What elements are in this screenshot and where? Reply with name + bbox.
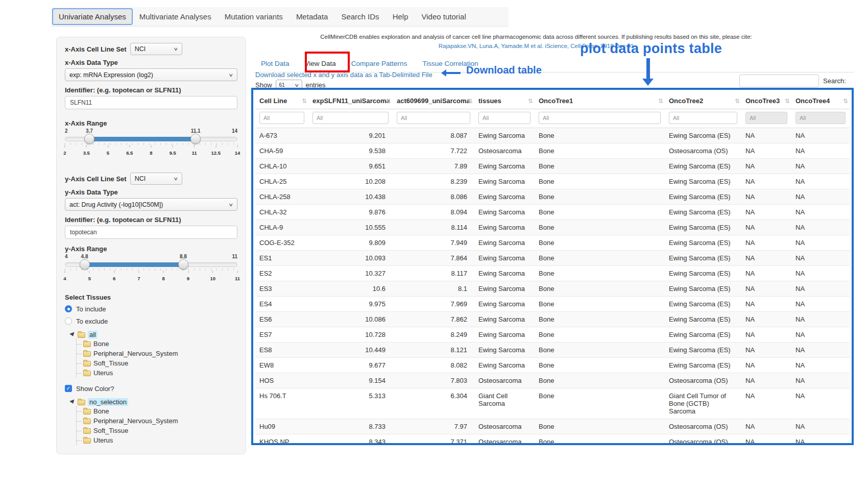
tree-item[interactable]: Uterus xyxy=(77,435,237,445)
table-row[interactable]: ES310.68.1Ewing SarcomaBoneEwing Sarcoma… xyxy=(255,281,850,297)
table-row[interactable]: ES49.9757.969Ewing SarcomaBoneEwing Sarc… xyxy=(255,297,850,312)
column-header-3[interactable]: tissues⇅ xyxy=(474,92,535,109)
tree-item[interactable]: Peripheral_Nervous_System xyxy=(77,416,237,426)
x-cell-line-set-select[interactable]: NCI ∨ xyxy=(130,43,182,55)
slider-tick: 8 xyxy=(162,271,164,282)
search-input[interactable] xyxy=(739,75,819,87)
tree-item[interactable]: Peripheral_Nervous_System xyxy=(77,349,237,358)
x-identifier-value: SLFN11 xyxy=(70,99,92,106)
table-row[interactable]: Hu098.7337.97OsteosarcomaBoneOsteosarcom… xyxy=(255,419,850,434)
column-filter-input[interactable] xyxy=(669,112,737,124)
column-header-0[interactable]: Cell Line⇅ xyxy=(255,92,308,109)
table-row[interactable]: CHLA-329.8768.094Ewing SarcomaBoneEwing … xyxy=(255,205,850,220)
cell: Bone xyxy=(535,297,665,312)
table-row[interactable]: CHA-599.5387.722OsteosarcomaBoneOsteosar… xyxy=(255,143,850,159)
slider-handle-high[interactable] xyxy=(178,259,188,270)
table-row[interactable]: ES710.7288.249Ewing SarcomaBoneEwing Sar… xyxy=(255,327,850,343)
column-filter-input[interactable] xyxy=(397,112,470,124)
table-row[interactable]: ES110.0937.864Ewing SarcomaBoneEwing Sar… xyxy=(255,251,850,266)
column-header-7[interactable]: OncoTree4⇅ xyxy=(791,92,850,109)
sort-icon[interactable]: ⇅ xyxy=(735,97,740,105)
filter-cell-3 xyxy=(474,109,535,128)
y-data-type-label: y-Axis Data Type xyxy=(65,188,237,196)
table-row[interactable]: KHOS NP8.3437.371OsteosarcomaBoneOsteosa… xyxy=(255,434,850,446)
sort-icon[interactable]: ⇅ xyxy=(468,97,473,105)
slider-track[interactable] xyxy=(65,262,237,267)
tree-item[interactable]: Uterus xyxy=(77,368,237,378)
x-range-slider[interactable]: 2 14 3.7 11.1 23.556.589.51112.514 xyxy=(65,128,237,156)
y-identifier-value: topotecan xyxy=(70,229,97,236)
nav-tab-1[interactable]: Multivariate Analyses xyxy=(133,8,218,25)
column-header-1[interactable]: expSLFN11_uniSarcoma⇅ xyxy=(308,92,393,109)
column-header-2[interactable]: act609699_uniSarcoma⇅ xyxy=(393,92,474,109)
tree-item[interactable]: Bone xyxy=(77,339,237,349)
column-filter-input[interactable] xyxy=(795,112,846,124)
column-filter-input[interactable] xyxy=(478,112,531,124)
cell: CHLA-258 xyxy=(255,189,308,205)
nav-tab-4[interactable]: Search IDs xyxy=(334,8,385,25)
column-filter-input[interactable] xyxy=(312,112,389,124)
tree-expander-icon[interactable] xyxy=(69,399,76,404)
nav-tab-0[interactable]: Univariate Analyses xyxy=(52,8,133,25)
column-filter-input[interactable] xyxy=(539,112,661,124)
sort-icon[interactable]: ⇅ xyxy=(302,97,307,105)
cell: 9.975 xyxy=(308,297,393,312)
slider-min-label: 2 xyxy=(65,128,68,134)
table-row[interactable]: ES810.4498.121Ewing SarcomaBoneEwing Sar… xyxy=(255,343,850,358)
table-row[interactable]: ES610.0867.862Ewing SarcomaBoneEwing Sar… xyxy=(255,312,850,327)
cell: Bone xyxy=(535,220,665,235)
slider-tick-label: 12.5 xyxy=(211,150,221,156)
y-cell-line-set-select[interactable]: NCI ∨ xyxy=(130,173,182,185)
cell: NA xyxy=(741,358,791,373)
tree-root-no-selection[interactable]: no_selection xyxy=(70,397,237,406)
table-row[interactable]: CHLA-25810.4388.086Ewing SarcomaBoneEwin… xyxy=(255,189,850,205)
table-row[interactable]: CHLA-109.6517.89Ewing SarcomaBoneEwing S… xyxy=(255,159,850,174)
column-header-5[interactable]: OncoTree2⇅ xyxy=(665,92,741,109)
slider-handle-high[interactable] xyxy=(190,134,201,144)
cell: 9.677 xyxy=(308,358,393,373)
x-identifier-input[interactable]: SLFN11 xyxy=(65,96,237,109)
y-range-slider[interactable]: 4 11 4.8 8.8 4567891011 xyxy=(65,254,237,281)
tree-item[interactable]: Soft_Tissue xyxy=(77,426,237,435)
tissues-include-radio[interactable]: To include xyxy=(65,304,237,313)
sort-icon[interactable]: ⇅ xyxy=(386,97,391,105)
nav-tab-2[interactable]: Mutation variants xyxy=(218,8,290,25)
table-row[interactable]: A-6739.2018.087Ewing SarcomaBoneEwing Sa… xyxy=(255,128,850,143)
slider-handle-low[interactable] xyxy=(84,134,94,144)
table-row[interactable]: CHLA-2510.2088.239Ewing SarcomaBoneEwing… xyxy=(255,174,850,189)
tissues-exclude-radio[interactable]: To exclude xyxy=(65,316,237,326)
tree-root-all[interactable]: all xyxy=(70,330,237,339)
tree-expander-icon[interactable] xyxy=(69,332,76,337)
citation-link[interactable]: Rajapakse.VN, Luna.A, Yamade.M et al. iS… xyxy=(266,43,807,49)
nav-tab-5[interactable]: Help xyxy=(386,8,415,25)
table-row[interactable]: EW89.6778.082Ewing SarcomaBoneEwing Sarc… xyxy=(255,358,850,373)
sort-icon[interactable]: ⇅ xyxy=(528,97,533,105)
y-identifier-input[interactable]: topotecan xyxy=(65,226,237,239)
table-row[interactable]: Hs 706.T5.3136.304Giant Cell SarcomaBone… xyxy=(255,388,850,419)
x-data-type-select[interactable]: exp: mRNA Expression (log2) ∨ xyxy=(65,68,237,81)
nav-tab-3[interactable]: Metadata xyxy=(290,8,335,25)
column-filter-input[interactable] xyxy=(745,112,787,124)
table-row[interactable]: HOS9.1547.803OsteosarcomaBoneOsteosarcom… xyxy=(255,373,850,388)
subtab-2[interactable]: Compare Patterns xyxy=(344,56,415,72)
y-data-type-select[interactable]: act: Drug Activity (-log10[IC50M]) ∨ xyxy=(65,198,237,211)
sort-icon[interactable]: ⇅ xyxy=(658,97,663,105)
sort-icon[interactable]: ⇅ xyxy=(785,97,790,105)
y-data-type-value: act: Drug Activity (-log10[IC50M]) xyxy=(69,201,163,208)
table-row[interactable]: ES210.3278.117Ewing SarcomaBoneEwing Sar… xyxy=(255,266,850,281)
column-filter-input[interactable] xyxy=(259,112,304,124)
tree-item[interactable]: Bone xyxy=(77,406,237,416)
subtab-0[interactable]: Plot Data xyxy=(253,56,297,72)
column-header-4[interactable]: OncoTree1⇅ xyxy=(535,92,665,109)
cell: ES3 xyxy=(255,281,308,297)
table-row[interactable]: COG-E-3529.8097.949Ewing SarcomaBoneEwin… xyxy=(255,235,850,251)
table-row[interactable]: CHLA-910.5558.114Ewing SarcomaBoneEwing … xyxy=(255,220,850,235)
show-color-checkbox[interactable]: ✓ Show Color? xyxy=(65,384,237,393)
tree-node-label: Peripheral_Nervous_System xyxy=(93,417,178,425)
column-header-6[interactable]: OncoTree3⇅ xyxy=(741,92,791,109)
sort-icon[interactable]: ⇅ xyxy=(843,97,848,105)
cell: NA xyxy=(741,159,791,174)
nav-tab-6[interactable]: Video tutorial xyxy=(415,8,472,25)
tree-item[interactable]: Soft_Tissue xyxy=(77,358,237,368)
slider-handle-low[interactable] xyxy=(80,259,90,270)
